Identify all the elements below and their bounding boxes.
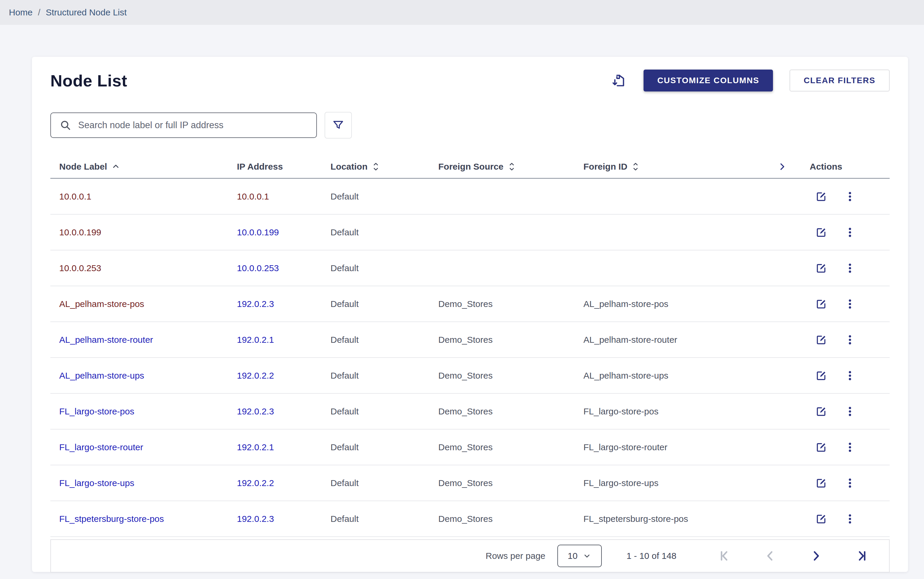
table-header-row: Node Label IP Address Location Foreign S… xyxy=(50,155,890,179)
node-label-link[interactable]: 10.0.0.1 xyxy=(59,191,91,201)
sort-both-icon xyxy=(508,162,516,172)
edit-icon[interactable] xyxy=(815,262,827,275)
location-cell: Default xyxy=(331,406,438,417)
card-header: Node List CUSTOMIZE COLUMNS CLEAR FILTER… xyxy=(50,68,890,93)
edit-icon[interactable] xyxy=(815,298,827,310)
node-label-link[interactable]: AL_pelham-store-router xyxy=(59,335,153,345)
sort-both-icon xyxy=(372,162,380,172)
sort-both-icon xyxy=(631,162,640,172)
ip-address-link[interactable]: 10.0.0.199 xyxy=(237,227,279,237)
ip-address-link[interactable]: 192.0.2.3 xyxy=(237,514,274,523)
row-actions xyxy=(810,262,881,275)
breadcrumb-home-link[interactable]: Home xyxy=(9,7,33,18)
row-actions xyxy=(810,513,881,525)
search-input[interactable] xyxy=(78,120,316,131)
ip-address-link[interactable]: 10.0.0.253 xyxy=(237,263,279,273)
table-row: AL_pelham-store-pos 192.0.2.3 Default De… xyxy=(50,286,890,322)
column-header-node-label[interactable]: Node Label xyxy=(50,162,237,172)
ip-address-link[interactable]: 192.0.2.3 xyxy=(237,299,274,309)
column-header-foreign-id[interactable]: Foreign ID xyxy=(583,162,777,172)
kebab-menu-icon[interactable] xyxy=(844,370,856,381)
kebab-menu-icon[interactable] xyxy=(844,191,856,203)
kebab-menu-icon[interactable] xyxy=(844,334,856,346)
foreign-id-cell: AL_pelham-store-pos xyxy=(583,299,777,309)
column-header-actions: Actions xyxy=(810,162,881,172)
column-header-ip-address[interactable]: IP Address xyxy=(237,162,331,172)
edit-icon[interactable] xyxy=(815,513,827,525)
row-actions xyxy=(810,334,881,346)
kebab-menu-icon[interactable] xyxy=(844,298,856,310)
node-label-link[interactable]: FL_largo-store-pos xyxy=(59,406,134,416)
node-label-link[interactable]: 10.0.0.199 xyxy=(59,227,101,237)
ip-address-link[interactable]: 10.0.0.1 xyxy=(237,191,269,201)
foreign-source-cell: Demo_Stores xyxy=(438,514,583,524)
node-list-card: Node List CUSTOMIZE COLUMNS CLEAR FILTER… xyxy=(32,57,908,572)
foreign-source-cell: Demo_Stores xyxy=(438,406,583,417)
search-icon xyxy=(59,119,72,131)
location-cell: Default xyxy=(331,442,438,452)
node-label-link[interactable]: AL_pelham-store-pos xyxy=(59,299,144,309)
ip-address-link[interactable]: 192.0.2.2 xyxy=(237,478,274,488)
location-cell: Default xyxy=(331,191,438,201)
rows-per-page-label: Rows per page xyxy=(486,551,546,561)
column-header-foreign-source[interactable]: Foreign Source xyxy=(438,162,583,172)
customize-columns-button[interactable]: CUSTOMIZE COLUMNS xyxy=(644,70,773,92)
ip-address-link[interactable]: 192.0.2.3 xyxy=(237,406,274,416)
table-row: FL_largo-store-ups 192.0.2.2 Default Dem… xyxy=(50,465,890,501)
header-actions: CUSTOMIZE COLUMNS CLEAR FILTERS xyxy=(610,70,890,92)
ip-address-link[interactable]: 192.0.2.1 xyxy=(237,335,274,345)
search-row xyxy=(50,112,890,139)
node-label-link[interactable]: FL_largo-store-ups xyxy=(59,478,134,488)
node-label-link[interactable]: FL_stpetersburg-store-pos xyxy=(59,514,164,523)
table-row: 10.0.0.1 10.0.0.1 Default xyxy=(50,179,890,214)
kebab-menu-icon[interactable] xyxy=(844,513,856,525)
edit-icon[interactable] xyxy=(815,441,827,453)
expand-columns-control[interactable] xyxy=(777,162,810,172)
clear-filters-button[interactable]: CLEAR FILTERS xyxy=(790,70,890,92)
kebab-menu-icon[interactable] xyxy=(844,406,856,417)
next-page-icon[interactable] xyxy=(807,547,825,565)
column-header-location[interactable]: Location xyxy=(331,162,438,172)
edit-icon[interactable] xyxy=(815,226,827,239)
foreign-source-cell: Demo_Stores xyxy=(438,478,583,488)
filter-button[interactable] xyxy=(324,112,352,139)
node-label-link[interactable]: AL_pelham-store-ups xyxy=(59,371,144,380)
export-download-icon[interactable] xyxy=(610,72,627,89)
foreign-id-cell: FL_largo-store-router xyxy=(583,442,777,452)
edit-icon[interactable] xyxy=(815,405,827,418)
breadcrumb: Home / Structured Node List xyxy=(0,0,924,25)
location-cell: Default xyxy=(331,371,438,381)
foreign-id-cell: FL_largo-store-ups xyxy=(583,478,777,488)
kebab-menu-icon[interactable] xyxy=(844,442,856,453)
location-cell: Default xyxy=(331,478,438,488)
kebab-menu-icon[interactable] xyxy=(844,226,856,238)
ip-address-link[interactable]: 192.0.2.2 xyxy=(237,371,274,380)
rows-per-page-select[interactable]: 10 xyxy=(557,545,602,567)
location-cell: Default xyxy=(331,263,438,273)
previous-page-icon[interactable] xyxy=(761,547,779,565)
edit-icon[interactable] xyxy=(815,477,827,489)
edit-icon[interactable] xyxy=(815,334,827,346)
kebab-menu-icon[interactable] xyxy=(844,477,856,489)
ip-address-link[interactable]: 192.0.2.1 xyxy=(237,442,274,452)
node-label-link[interactable]: FL_largo-store-router xyxy=(59,442,143,452)
kebab-menu-icon[interactable] xyxy=(844,262,856,274)
location-cell: Default xyxy=(331,299,438,309)
table-row: FL_largo-store-pos 192.0.2.3 Default Dem… xyxy=(50,394,890,430)
table-row: FL_largo-store-router 192.0.2.1 Default … xyxy=(50,430,890,465)
row-actions xyxy=(810,226,881,239)
first-page-icon[interactable] xyxy=(715,547,733,565)
node-label-link[interactable]: 10.0.0.253 xyxy=(59,263,101,273)
row-actions xyxy=(810,370,881,382)
pagination-bar: Rows per page 10 1 - 10 of 148 xyxy=(50,539,890,572)
last-page-icon[interactable] xyxy=(854,547,871,565)
edit-icon[interactable] xyxy=(815,370,827,382)
table-row: 10.0.0.253 10.0.0.253 Default xyxy=(50,250,890,286)
location-cell: Default xyxy=(331,335,438,345)
foreign-id-cell: FL_largo-store-pos xyxy=(583,406,777,417)
edit-icon[interactable] xyxy=(815,190,827,203)
pagination-range-label: 1 - 10 of 148 xyxy=(627,551,677,561)
sort-ascending-icon xyxy=(111,162,120,171)
location-cell: Default xyxy=(331,514,438,524)
row-actions xyxy=(810,405,881,418)
